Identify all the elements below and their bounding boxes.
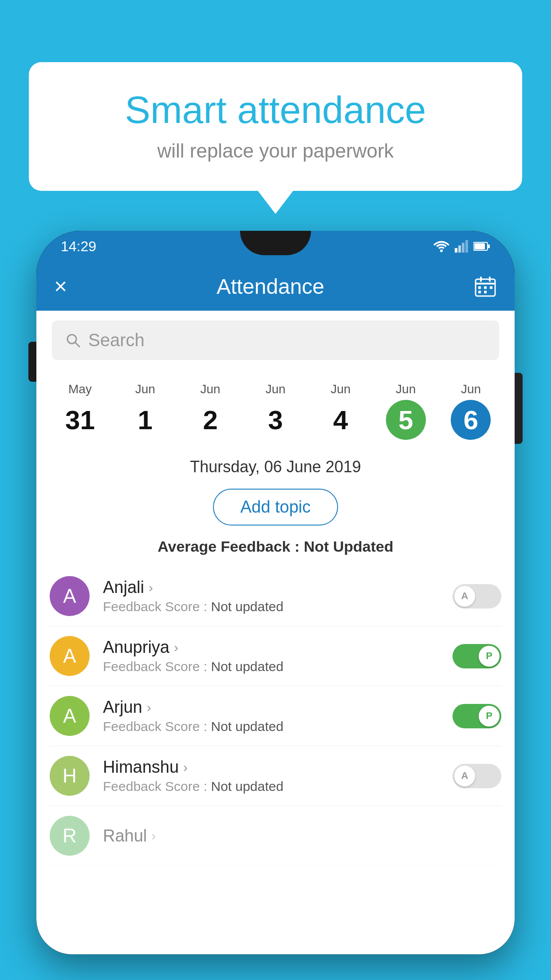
date-item-jun2[interactable]: Jun 2 <box>185 378 236 444</box>
speech-bubble-title: Smart attendance <box>60 89 491 131</box>
student-feedback-anupriya: Feedback Score : Not updated <box>103 659 439 674</box>
svg-rect-11 <box>489 277 491 282</box>
svg-rect-1 <box>455 248 457 253</box>
date-item-jun1[interactable]: Jun 1 <box>120 378 170 444</box>
svg-rect-16 <box>484 291 487 293</box>
speech-bubble-container: Smart attendance will replace your paper… <box>29 62 522 191</box>
phone-frame: 14:29 <box>36 231 515 954</box>
attendance-toggle-himanshu[interactable]: A <box>453 764 501 788</box>
status-bar-time: 14:29 <box>61 238 96 255</box>
date-item-jun4[interactable]: Jun 4 <box>315 378 366 444</box>
student-info-partial: Rahul › <box>103 826 501 846</box>
status-bar: 14:29 <box>36 231 515 262</box>
avg-feedback-value: Not Updated <box>304 538 394 555</box>
svg-point-0 <box>440 249 443 252</box>
svg-rect-2 <box>458 245 461 253</box>
date-item-jun5[interactable]: Jun 5 <box>381 378 431 444</box>
student-item-anupriya: A Anupriya › Feedback Score : Not update… <box>50 626 501 686</box>
avg-feedback: Average Feedback : Not Updated <box>36 533 515 566</box>
app-bar: × Attendance <box>36 262 515 311</box>
student-item-partial: R Rahul › <box>50 806 501 866</box>
svg-rect-14 <box>490 286 492 289</box>
chevron-icon-anupriya: › <box>174 640 178 655</box>
chevron-icon-anjali: › <box>149 580 153 595</box>
close-button[interactable]: × <box>54 273 67 299</box>
svg-rect-12 <box>478 286 481 289</box>
notch <box>240 231 311 255</box>
avatar-arjun: A <box>50 696 90 736</box>
avatar-partial: R <box>50 816 90 856</box>
avatar-anupriya: A <box>50 636 90 676</box>
svg-rect-9 <box>476 283 495 285</box>
chevron-icon-partial: › <box>151 828 156 843</box>
student-name-anjali: Anjali › <box>103 578 439 597</box>
search-input-container[interactable]: Search <box>52 320 499 360</box>
student-info-arjun[interactable]: Arjun › Feedback Score : Not updated <box>103 698 439 734</box>
avatar-himanshu: H <box>50 756 90 796</box>
attendance-toggle-anjali[interactable]: A <box>453 584 501 609</box>
student-info-himanshu[interactable]: Himanshu › Feedback Score : Not updated <box>103 758 439 794</box>
svg-rect-4 <box>465 240 468 253</box>
date-item-jun3[interactable]: Jun 3 <box>250 378 301 444</box>
app-bar-title: Attendance <box>216 274 324 299</box>
student-info-anupriya[interactable]: Anupriya › Feedback Score : Not updated <box>103 638 439 674</box>
avatar-anjali: A <box>50 576 90 616</box>
toggle-knob-anupriya: P <box>479 646 500 667</box>
svg-rect-15 <box>478 291 481 293</box>
phone-container: 14:29 <box>36 231 515 980</box>
signal-icon <box>455 240 468 253</box>
attendance-toggle-anupriya[interactable]: P <box>453 644 501 668</box>
status-bar-icons <box>433 240 490 253</box>
svg-rect-10 <box>480 277 482 282</box>
speech-bubble-subtitle: will replace your paperwork <box>60 140 491 162</box>
svg-rect-3 <box>462 243 464 253</box>
chevron-icon-arjun: › <box>147 700 151 715</box>
student-feedback-arjun: Feedback Score : Not updated <box>103 719 439 734</box>
svg-rect-6 <box>488 245 490 248</box>
app-content: Search May 31 Jun 1 <box>36 311 515 954</box>
student-item-arjun: A Arjun › Feedback Score : Not updated P <box>50 686 501 746</box>
svg-rect-7 <box>474 243 485 249</box>
student-info-anjali[interactable]: Anjali › Feedback Score : Not updated <box>103 578 439 614</box>
toggle-knob-himanshu: A <box>454 766 475 786</box>
date-item-may31[interactable]: May 31 <box>55 378 105 444</box>
student-feedback-himanshu: Feedback Score : Not updated <box>103 779 439 794</box>
student-name-arjun: Arjun › <box>103 698 439 717</box>
chevron-icon-himanshu: › <box>183 760 188 775</box>
student-item-anjali: A Anjali › Feedback Score : Not updated … <box>50 566 501 626</box>
search-icon <box>65 332 81 348</box>
add-topic-button[interactable]: Add topic <box>213 489 338 526</box>
attendance-toggle-arjun[interactable]: P <box>453 704 501 728</box>
wifi-icon <box>433 240 449 253</box>
svg-line-18 <box>75 342 79 347</box>
avg-feedback-label: Average Feedback : <box>157 538 299 555</box>
calendar-icon[interactable] <box>474 275 497 298</box>
student-name-himanshu: Himanshu › <box>103 758 439 777</box>
student-list: A Anjali › Feedback Score : Not updated … <box>36 566 515 866</box>
student-name-anupriya: Anupriya › <box>103 638 439 657</box>
student-feedback-anjali: Feedback Score : Not updated <box>103 599 439 614</box>
search-bar: Search <box>36 311 515 370</box>
date-header: Thursday, 06 June 2019 <box>36 449 515 481</box>
phone: 14:29 <box>36 231 515 954</box>
battery-icon <box>473 241 490 251</box>
date-item-jun6[interactable]: Jun 6 <box>445 378 496 444</box>
speech-bubble: Smart attendance will replace your paper… <box>29 62 522 191</box>
toggle-knob-arjun: P <box>479 706 500 727</box>
student-item-himanshu: H Himanshu › Feedback Score : Not update… <box>50 746 501 806</box>
student-name-partial: Rahul › <box>103 826 501 846</box>
search-placeholder-text: Search <box>88 330 145 350</box>
toggle-knob-anjali: A <box>454 586 475 607</box>
svg-rect-13 <box>484 286 487 289</box>
date-picker: May 31 Jun 1 Jun 2 Jun <box>36 370 515 449</box>
